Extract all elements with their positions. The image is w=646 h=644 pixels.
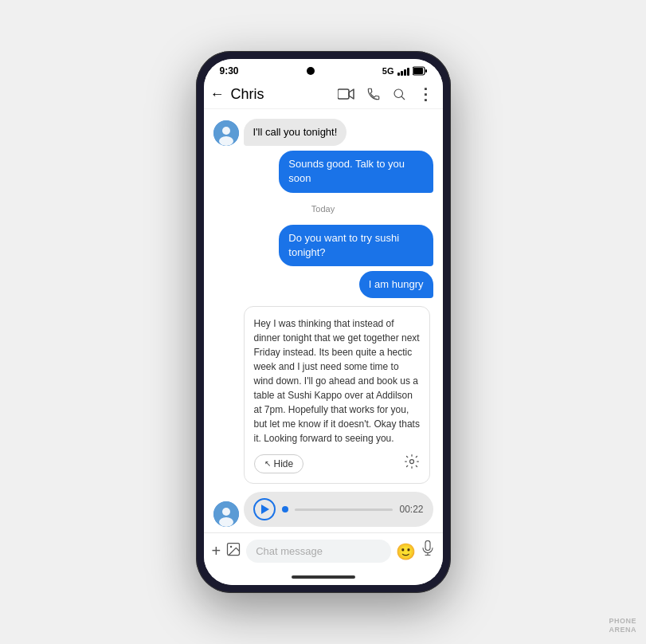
smart-reply-actions: ↖ Hide <box>254 454 421 473</box>
top-bar: ← Chris ⋮ <box>204 80 443 109</box>
message-row-5: I am hungry <box>213 271 433 298</box>
svg-rect-3 <box>338 89 349 99</box>
phone-screen: 9:30 5G ← Chris <box>204 59 443 585</box>
front-camera <box>307 67 315 75</box>
message-row-1: I'll call you tonight! <box>213 119 433 146</box>
input-placeholder: Chat message <box>256 545 323 557</box>
message-row-2: Sounds good. Talk to you soon <box>213 151 433 192</box>
network-label: 5G <box>382 66 394 76</box>
status-time: 9:30 <box>220 65 239 77</box>
phone-frame: 9:30 5G ← Chris <box>196 51 451 593</box>
audio-waveform <box>295 509 393 511</box>
battery-icon <box>413 66 427 76</box>
watermark: PHONE ARENA <box>609 617 636 634</box>
message-row-smart-reply: Hey I was thinking that instead of dinne… <box>213 303 433 487</box>
bubble-outgoing-1: Sounds good. Talk to you soon <box>279 151 433 192</box>
contact-name: Chris <box>231 86 331 103</box>
status-icons: 5G <box>382 66 427 76</box>
svg-point-8 <box>410 460 414 464</box>
smart-reply-settings-icon[interactable] <box>404 454 420 473</box>
message-input[interactable]: Chat message <box>246 540 390 563</box>
svg-rect-1 <box>413 68 423 74</box>
attach-icon[interactable] <box>225 541 241 561</box>
play-icon <box>261 505 269 514</box>
svg-point-13 <box>230 546 233 548</box>
add-icon[interactable]: + <box>212 542 221 560</box>
svg-point-6 <box>222 127 230 135</box>
audio-bubble: 00:22 <box>244 492 433 527</box>
svg-point-10 <box>222 508 230 516</box>
bubble-outgoing-2: Do you want to try sushi tonight? <box>279 225 433 266</box>
more-options-icon[interactable]: ⋮ <box>417 84 433 104</box>
status-bar: 9:30 5G <box>204 59 443 80</box>
date-divider: Today <box>213 204 433 214</box>
home-indicator <box>204 569 443 585</box>
svg-point-7 <box>219 136 233 146</box>
svg-point-4 <box>394 89 403 98</box>
bubble-outgoing-3: I am hungry <box>359 271 433 298</box>
avatar-chris-audio <box>213 501 239 527</box>
audio-progress-dot <box>282 506 288 512</box>
video-call-icon[interactable] <box>338 88 355 100</box>
smart-reply-text: Hey I was thinking that instead of dinne… <box>254 316 421 446</box>
svg-rect-2 <box>425 69 427 73</box>
smart-reply-card: Hey I was thinking that instead of dinne… <box>244 306 431 484</box>
play-button[interactable] <box>253 498 276 520</box>
audio-duration: 00:22 <box>399 504 423 515</box>
home-bar <box>292 575 355 579</box>
input-bar: + Chat message 🙂 <box>204 532 443 569</box>
bubble-incoming-1: I'll call you tonight! <box>244 119 347 146</box>
messages-area: I'll call you tonight! Sounds good. Talk… <box>204 109 443 532</box>
svg-point-11 <box>219 517 233 527</box>
svg-rect-14 <box>425 541 430 551</box>
emoji-icon[interactable]: 🙂 <box>396 542 416 561</box>
signal-icon <box>397 66 409 76</box>
avatar-chris <box>213 120 239 146</box>
mic-icon[interactable] <box>421 540 435 562</box>
message-row-audio: 00:22 <box>213 492 433 527</box>
hide-button[interactable]: ↖ Hide <box>254 454 304 473</box>
search-icon[interactable] <box>392 87 406 101</box>
phone-call-icon[interactable] <box>366 87 381 101</box>
top-actions: ⋮ <box>338 84 433 104</box>
back-button[interactable]: ← <box>210 86 225 103</box>
message-row-4: Do you want to try sushi tonight? <box>213 225 433 266</box>
